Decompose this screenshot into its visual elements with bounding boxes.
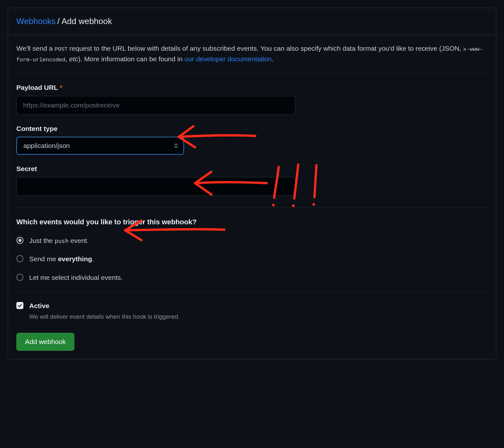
radio-icon	[16, 274, 23, 281]
payload-url-input[interactable]	[16, 96, 295, 115]
secret-group: Secret	[16, 164, 488, 196]
event-option-everything[interactable]: Send me everything.	[16, 254, 488, 264]
radio-icon	[16, 255, 23, 262]
secret-label: Secret	[16, 164, 488, 174]
radio-label: Send me everything.	[29, 254, 94, 264]
radio-label: Let me select individual events.	[29, 272, 123, 283]
payload-url-label: Payload URL*	[16, 82, 488, 93]
check-icon	[17, 303, 22, 308]
panel-body: We'll send a POST request to the URL bel…	[8, 35, 496, 359]
active-checkbox[interactable]	[16, 302, 23, 309]
active-description: We will deliver event details when this …	[29, 312, 180, 322]
radio-label: Just the push event.	[29, 236, 89, 246]
add-webhook-button[interactable]: Add webhook	[16, 333, 74, 351]
panel-header: Webhooks / Add webhook	[8, 8, 496, 35]
event-option-push[interactable]: Just the push event.	[16, 236, 488, 246]
divider	[16, 291, 488, 292]
payload-url-group: Payload URL*	[16, 82, 488, 115]
events-group: Which events would you like to trigger t…	[16, 217, 488, 283]
active-checkbox-row: Active We will deliver event details whe…	[16, 301, 488, 321]
divider	[16, 207, 488, 208]
radio-icon	[16, 237, 23, 244]
secret-input[interactable]	[16, 177, 295, 196]
active-label: Active	[29, 301, 180, 311]
intro-text: We'll send a POST request to the URL bel…	[16, 43, 488, 64]
breadcrumb-separator: /	[57, 16, 62, 26]
content-type-label: Content type	[16, 124, 488, 134]
events-heading: Which events would you like to trigger t…	[16, 217, 488, 227]
developer-documentation-link[interactable]: our developer documentation	[184, 55, 272, 63]
divider	[16, 73, 488, 73]
required-indicator: *	[60, 84, 63, 91]
breadcrumb-webhooks-link[interactable]: Webhooks	[16, 16, 55, 26]
webhook-settings-panel: Webhooks / Add webhook We'll send a POST…	[8, 8, 496, 359]
page-title: Add webhook	[62, 16, 112, 26]
content-type-select[interactable]: application/json	[16, 137, 184, 155]
content-type-group: Content type application/json	[16, 124, 488, 155]
event-option-individual[interactable]: Let me select individual events.	[16, 272, 488, 283]
